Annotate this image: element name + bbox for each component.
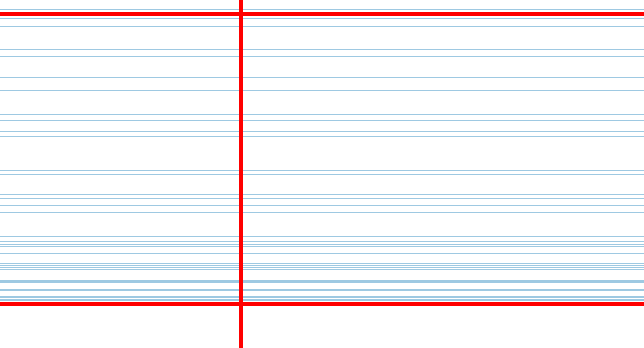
grid-line: [0, 236, 644, 237]
x-axis-bottom: [0, 302, 644, 306]
grid-line: [0, 103, 644, 103]
grid-line: [0, 260, 644, 260]
grid-line: [0, 216, 644, 216]
y-axis: [239, 0, 243, 348]
grid-line: [0, 225, 644, 225]
grid-line: [0, 194, 644, 195]
grid-line: [0, 277, 644, 277]
grid-line: [0, 285, 644, 285]
grid-line: [0, 231, 644, 231]
grid-line: [0, 187, 644, 187]
grid-line: [0, 161, 644, 161]
grid-line: [0, 287, 644, 287]
grid-line: [0, 234, 644, 234]
grid-line: [0, 297, 644, 298]
grid-line: [0, 114, 644, 115]
grid-line: [0, 77, 644, 78]
grid-line: [0, 170, 644, 171]
grid-line: [0, 265, 644, 266]
grid-line: [0, 109, 644, 109]
grid-line: [0, 239, 644, 239]
grid-line: [0, 166, 644, 166]
grid-line: [0, 42, 644, 42]
grid-line: [0, 191, 644, 191]
grid-line: [0, 34, 644, 34]
grid-line: [0, 299, 644, 299]
grid-line: [0, 244, 644, 245]
grid-line: [0, 271, 644, 271]
grid-line: [0, 71, 644, 71]
grid-line: [0, 142, 644, 142]
grid-line: [0, 262, 644, 262]
grid-line: [0, 288, 644, 288]
grid-line: [0, 84, 644, 84]
grid-line: [0, 286, 644, 286]
chart-stage: [0, 0, 644, 348]
grid-line: [0, 26, 644, 27]
grid-line: [0, 298, 644, 298]
grid-line: [0, 120, 644, 121]
grid-line: [0, 241, 644, 242]
grid-line: [0, 296, 644, 297]
grid-line: [0, 292, 644, 292]
grid-line: [0, 228, 644, 228]
grid-line: [0, 222, 644, 222]
grid-line: [0, 293, 644, 293]
grid-line: [0, 136, 644, 137]
grid-line: [0, 290, 644, 291]
grid-line: [0, 273, 644, 273]
grid-line: [0, 183, 644, 183]
grid-line: [0, 209, 644, 209]
grid-line: [0, 299, 644, 300]
grid-line: [0, 294, 644, 294]
grid-line: [0, 202, 644, 202]
grid-line: [0, 251, 644, 251]
grid-line: [0, 49, 644, 50]
grid-line: [0, 280, 644, 281]
grid-line: [0, 300, 644, 301]
grid-line: [0, 258, 644, 258]
grid-line: [0, 147, 644, 147]
grid-line: [0, 289, 644, 290]
grid-line: [0, 267, 644, 268]
grid-line: [0, 157, 644, 157]
grid-line: [0, 279, 644, 279]
grid-line: [0, 179, 644, 179]
grid-line: [0, 126, 644, 126]
grid-line: [0, 64, 644, 64]
grid-line: [0, 296, 644, 296]
grid-line: [0, 274, 644, 274]
grid-line: [0, 276, 644, 276]
grid-line: [0, 212, 644, 213]
grid-line: [0, 219, 644, 219]
grid-line: [0, 9, 644, 10]
grid-line: [0, 301, 644, 301]
grid-line: [0, 131, 644, 132]
x-axis-top: [0, 12, 644, 16]
grid-line: [0, 253, 644, 254]
grid-line: [0, 249, 644, 249]
grid-line: [0, 205, 644, 206]
grid-line: [0, 18, 644, 19]
grid-line: [0, 198, 644, 199]
grid-line: [0, 90, 644, 91]
grid-line: [0, 295, 644, 295]
grid-line: [0, 97, 644, 97]
grid-line: [0, 282, 644, 283]
grid-line: [0, 56, 644, 57]
grid-line: [0, 281, 644, 282]
grid-line: [0, 152, 644, 152]
grid-line: [0, 0, 644, 0]
grid-line: [0, 269, 644, 270]
grid-line: [0, 174, 644, 175]
grid-line: [0, 263, 644, 264]
grid-line: [0, 246, 644, 247]
grid-line: [0, 284, 644, 284]
grid-line: [0, 256, 644, 256]
